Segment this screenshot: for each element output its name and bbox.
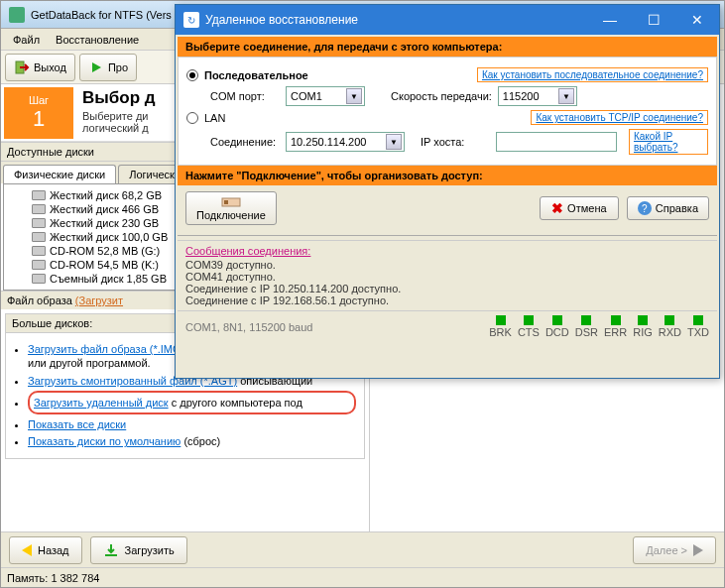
connection-label: Соединение: — [210, 136, 280, 148]
status-bar: Память: 1 382 784 — [1, 567, 724, 587]
hdd-icon — [32, 232, 46, 242]
hdd-icon — [32, 190, 46, 200]
lan-help-link[interactable]: Как установить TCP/IP соединение? — [531, 110, 708, 125]
exit-label: Выход — [34, 61, 66, 73]
load-button[interactable]: Загрузить — [90, 536, 187, 564]
load-image-link[interactable]: Загрузить файл образа (*.IMG) — [28, 343, 184, 355]
com-row: COM порт: COM1▼ Скорость передачи: 11520… — [210, 86, 708, 106]
led-cts: CTS — [518, 315, 540, 338]
com-port-combo[interactable]: COM1▼ — [286, 86, 365, 106]
led-rig: RIG — [633, 315, 653, 338]
serial-radio[interactable] — [186, 69, 198, 81]
bottom-bar: Назад Загрузить Далее > — [1, 531, 724, 567]
serial-label: Последовательное — [204, 69, 308, 81]
play-icon — [88, 59, 104, 75]
dialog-title: Удаленное восстановление — [205, 13, 588, 27]
show-default-link[interactable]: Показать диски по умолчанию — [28, 435, 181, 447]
connection-combo[interactable]: 10.250.114.200▼ — [286, 132, 405, 152]
chevron-down-icon: ▼ — [346, 88, 362, 104]
led-txd: TXD — [687, 315, 709, 338]
ip-host-label: IP хоста: — [421, 136, 490, 148]
check-button[interactable]: Про — [79, 54, 137, 81]
list-item: Показать диски по умолчанию (сброс) — [28, 434, 356, 448]
speed-label: Скорость передачи: — [391, 90, 492, 102]
speed-combo[interactable]: 115200▼ — [498, 86, 577, 106]
led-err: ERR — [604, 315, 627, 338]
close-button[interactable]: ✕ — [675, 5, 719, 35]
log-line: COM39 доступно. — [185, 259, 709, 271]
press-connect-header: Нажмите "Подключение", чтобы организоват… — [178, 166, 717, 185]
menu-file[interactable]: Файл — [5, 32, 48, 48]
hdd-icon — [32, 218, 46, 228]
tab-physical[interactable]: Физические диски — [3, 165, 116, 183]
svg-rect-1 — [105, 554, 117, 556]
arrow-left-icon — [22, 544, 32, 556]
highlighted-item: Загрузить удаленный диск с другого компь… — [28, 391, 356, 414]
select-connection-header: Выберите соединение, для передачи с этог… — [178, 37, 717, 57]
dialog-titlebar[interactable]: ↻ Удаленное восстановление — ☐ ✕ — [176, 5, 719, 35]
chevron-down-icon: ▼ — [558, 88, 574, 104]
show-all-link[interactable]: Показать все диски — [28, 418, 126, 430]
connect-button[interactable]: Подключение — [185, 191, 277, 225]
log-section: Сообщения соединения: COM39 доступно. CO… — [178, 240, 717, 310]
log-line: Соединение с IP 192.168.56.1 доступно. — [185, 294, 709, 306]
log-line: Соединение с IP 10.250.114.200 доступно. — [185, 283, 709, 294]
remote-recovery-dialog: ↻ Удаленное восстановление — ☐ ✕ Выберит… — [175, 4, 720, 379]
help-label: Справка — [656, 202, 698, 214]
led-dsr: DSR — [575, 315, 598, 338]
ip-host-input[interactable] — [496, 132, 617, 152]
check-label: Про — [108, 61, 128, 73]
svg-rect-3 — [224, 200, 228, 204]
exit-button[interactable]: Выход — [5, 54, 75, 81]
maximize-button[interactable]: ☐ — [632, 5, 675, 35]
back-label: Назад — [38, 544, 69, 556]
lan-label: LAN — [204, 112, 225, 124]
cd-icon — [32, 260, 46, 270]
connect-label: Подключение — [196, 209, 266, 221]
log-header: Сообщения соединения: — [185, 245, 709, 257]
led-brk: BRK — [489, 315, 512, 338]
led-dcd: DCD — [545, 315, 569, 338]
dialog-body: Выберите соединение, для передачи с этог… — [176, 35, 719, 378]
app-icon — [9, 7, 25, 23]
com-port-label: COM порт: — [210, 90, 280, 102]
window-controls: — ☐ ✕ — [588, 5, 719, 35]
main-title: GetDataBack for NTFS (Vers — [31, 9, 172, 21]
serial-row: Последовательное Как установить последов… — [186, 67, 708, 82]
menu-recovery[interactable]: Восстановление — [48, 32, 147, 48]
step-label: Шаг — [29, 94, 49, 106]
lan-radio[interactable] — [186, 112, 198, 124]
next-label: Далее > — [646, 544, 687, 556]
cancel-label: Отмена — [567, 202, 606, 214]
exit-icon — [14, 59, 30, 75]
serial-help-link[interactable]: Как установить последовательное соединен… — [477, 67, 708, 82]
led-rxd: RXD — [659, 315, 681, 338]
image-file-link[interactable]: (Загрузит — [75, 294, 123, 306]
connect-icon — [221, 195, 241, 209]
image-file-label: Файл образа — [7, 294, 72, 306]
chevron-down-icon: ▼ — [386, 134, 402, 150]
list-item: Показать все диски — [28, 417, 356, 431]
dialog-status-row: COM1, 8N1, 115200 baud BRK CTS DCD DSR E… — [178, 310, 717, 342]
help-button[interactable]: ? Справка — [627, 196, 709, 220]
back-button[interactable]: Назад — [9, 536, 82, 564]
dialog-icon: ↻ — [183, 12, 199, 28]
memory-label: Память: — [7, 572, 48, 584]
cancel-button[interactable]: ✖ Отмена — [540, 196, 619, 220]
cancel-icon: ✖ — [551, 200, 563, 216]
load-label: Загрузить — [125, 544, 175, 556]
minimize-button[interactable]: — — [588, 5, 632, 35]
lan-row: LAN Как установить TCP/IP соединение? — [186, 110, 708, 125]
led-indicators: BRK CTS DCD DSR ERR RIG RXD TXD — [489, 315, 709, 338]
arrow-right-icon — [693, 544, 703, 556]
removable-icon — [32, 274, 46, 284]
load-remote-link[interactable]: Загрузить удаленный диск — [34, 397, 169, 409]
step-badge: Шаг 1 — [4, 87, 73, 139]
step-number: 1 — [33, 106, 45, 132]
dialog-buttons-row: Подключение ✖ Отмена ? Справка — [178, 185, 717, 231]
ip-help-link[interactable]: Какой IP выбрать? — [629, 129, 708, 155]
help-icon: ? — [638, 201, 652, 215]
conn-sub-row: Соединение: 10.250.114.200▼ IP хоста: Ка… — [210, 129, 708, 155]
load-icon — [103, 542, 119, 558]
next-button[interactable]: Далее > — [633, 536, 716, 564]
